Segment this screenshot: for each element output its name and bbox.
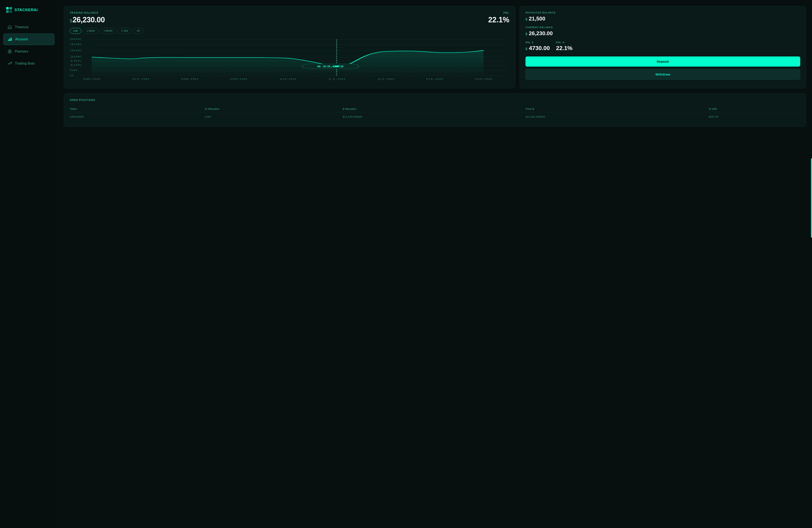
svg-text:12:00: 12:00 — [377, 78, 394, 80]
pnl-label: PNL — [488, 11, 509, 14]
svg-rect-2 — [6, 10, 9, 13]
svg-text:15K: 15K — [70, 60, 82, 62]
nav-items: Treasury Account Partners — [0, 21, 58, 69]
col-dollar-allocation: $ Allocation — [343, 106, 526, 112]
pnl-percent-col: PNL % 22.1% — [556, 41, 572, 52]
home-icon — [8, 25, 12, 29]
svg-text:02:00: 02:00 — [475, 78, 492, 80]
svg-point-8 — [9, 51, 10, 52]
positions-table: Token % Allocation $ Allocation Price $ … — [70, 106, 800, 121]
pnl-dollar-col: PNL $ $ 4730.00 — [525, 41, 550, 52]
sidebar-item-account[interactable]: Account — [3, 33, 54, 45]
positions-card: OPEN POSITIONS Token % Allocation $ Allo… — [64, 93, 806, 127]
filter-1year[interactable]: 1 Year — [118, 28, 132, 34]
logo: STACKERAI — [0, 6, 58, 21]
top-row: TRADING BALANCE $26,230.00 PNL 22.1% Liv… — [64, 6, 806, 89]
trending-up-icon — [8, 61, 12, 66]
positions-table-body: LINK/USDC 1234 $11,630.929800 $11,081.40… — [70, 112, 800, 121]
filter-1month[interactable]: 1 Month — [100, 28, 116, 34]
pnl-row: PNL $ $ 4730.00 PNL % 22.1% — [525, 41, 800, 52]
trading-balance-label: TRADING BALANCE — [70, 11, 105, 14]
trading-balance-section: TRADING BALANCE $26,230.00 — [70, 11, 105, 24]
svg-text:5K: 5K — [70, 69, 78, 71]
sidebar-item-treasury-label: Treasury — [15, 25, 29, 29]
deposited-label: DEPOSITED BALANCE — [525, 11, 800, 14]
col-token: Token — [70, 106, 205, 112]
row-token: LINK/USDC — [70, 112, 205, 121]
deposited-currency: $ — [525, 18, 527, 21]
filter-1week[interactable]: 1 Week — [83, 28, 98, 34]
deposited-number: 21,500 — [529, 15, 545, 22]
svg-rect-3 — [10, 10, 12, 13]
svg-text:01:00: 01:00 — [426, 78, 443, 80]
current-value: $ 26,230.00 — [525, 30, 800, 36]
svg-rect-0 — [6, 7, 9, 10]
svg-text:20K: 20K — [70, 56, 82, 58]
sidebar-item-trading-bots[interactable]: Trading Bots — [3, 58, 54, 69]
svg-text:10:00: 10:00 — [279, 78, 296, 80]
svg-rect-4 — [8, 40, 9, 41]
svg-text:40K: 40K — [70, 43, 82, 45]
svg-text:30K: 30K — [70, 49, 82, 52]
positions-title: OPEN POSITIONS — [70, 99, 800, 102]
pnl-value: 22.1% — [488, 15, 509, 24]
chart-area: 50K 40K 30K 20K 15K 10K 5K 0 — [70, 38, 509, 83]
svg-text:11:00: 11:00 — [328, 78, 345, 80]
circle-icon — [8, 49, 12, 54]
svg-text:06:00: 06:00 — [83, 78, 100, 80]
pnl-dollar-value: $ 4730.00 — [525, 45, 550, 52]
current-currency: $ — [525, 32, 527, 36]
chart-header: TRADING BALANCE $26,230.00 PNL 22.1% — [70, 11, 509, 24]
svg-text:07:00: 07:00 — [132, 78, 149, 80]
filter-live[interactable]: Live — [70, 28, 81, 34]
balance-card: DEPOSITED BALANCE $ 21,500 CURRENT BALAN… — [520, 6, 806, 89]
current-label: CURRENT BALANCE — [525, 26, 800, 29]
trading-balance-number: 26,230.00 — [73, 15, 105, 24]
col-pct-allocation: % Allocation — [205, 106, 343, 112]
pnl-dollar-label: PNL $ — [525, 41, 550, 44]
sidebar-item-trading-bots-label: Trading Bots — [15, 61, 35, 65]
row-dollar-allocation: $11,630.929800 — [343, 112, 526, 121]
trading-balance-currency: $ — [70, 18, 72, 24]
filter-all[interactable]: All — [133, 28, 143, 34]
sidebar: STACKERAI Treasury Account — [0, 0, 58, 528]
current-balance-section: CURRENT BALANCE $ 26,230.00 — [525, 26, 800, 36]
app-name: STACKERAI — [14, 8, 38, 12]
row-pct-allocation: 1234 — [205, 112, 343, 121]
svg-text:0: 0 — [70, 74, 74, 77]
sidebar-item-partners-label: Partners — [15, 49, 28, 54]
pnl-percent-label: PNL % — [556, 41, 572, 44]
svg-point-30 — [334, 65, 339, 67]
svg-text:08:00: 08:00 — [181, 78, 199, 80]
svg-text:50K: 50K — [70, 38, 82, 40]
withdraw-button[interactable]: Withdraw — [525, 69, 800, 79]
deposited-value: $ 21,500 — [525, 15, 800, 22]
deposit-button[interactable]: Deposit — [525, 57, 800, 67]
logo-icon — [6, 6, 12, 13]
pnl-section: PNL 22.1% — [488, 11, 509, 24]
col-price: Price $ — [526, 106, 709, 112]
svg-text:$ 23,672: $ 23,672 — [317, 65, 344, 68]
row-24hr: $287.93 — [709, 112, 800, 121]
sidebar-item-account-label: Account — [15, 37, 28, 41]
table-row: LINK/USDC 1234 $11,630.929800 $11,081.40… — [70, 112, 800, 121]
pnl-dollar-number: 4730.00 — [529, 45, 550, 51]
pnl-percent-value: 22.1% — [556, 45, 572, 52]
positions-table-header: Token % Allocation $ Allocation Price $ … — [70, 106, 800, 112]
svg-text:10K: 10K — [70, 64, 82, 66]
main-content: TRADING BALANCE $26,230.00 PNL 22.1% Liv… — [58, 0, 812, 528]
svg-rect-6 — [11, 38, 12, 41]
right-accent-bar — [811, 158, 812, 238]
deposited-balance-section: DEPOSITED BALANCE $ 21,500 — [525, 11, 800, 22]
svg-rect-1 — [10, 7, 12, 10]
sidebar-item-treasury[interactable]: Treasury — [3, 21, 54, 33]
time-filters: Live 1 Week 1 Month 1 Year All — [70, 28, 509, 34]
current-number: 26,230.00 — [529, 30, 553, 36]
chart-svg: 50K 40K 30K 20K 15K 10K 5K 0 — [70, 38, 509, 83]
trading-balance-value: $26,230.00 — [70, 15, 105, 24]
sidebar-item-partners[interactable]: Partners — [3, 46, 54, 57]
col-24hr: % 24hr — [709, 106, 800, 112]
bar-chart-icon — [8, 37, 12, 42]
row-price: $11,081.400000 — [526, 112, 709, 121]
svg-text:09:00: 09:00 — [230, 78, 247, 80]
